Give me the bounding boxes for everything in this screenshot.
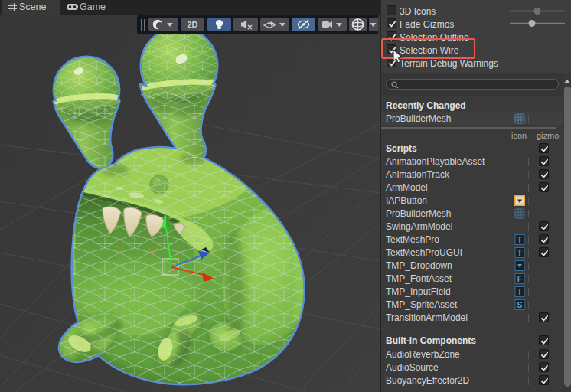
svg-text:I: I [518, 287, 520, 296]
svg-text:T: T [517, 235, 523, 244]
svg-text:S: S [517, 300, 522, 309]
svg-text:2D: 2D [187, 20, 197, 29]
svg-text:T: T [517, 248, 523, 257]
svg-text:F: F [517, 274, 523, 283]
